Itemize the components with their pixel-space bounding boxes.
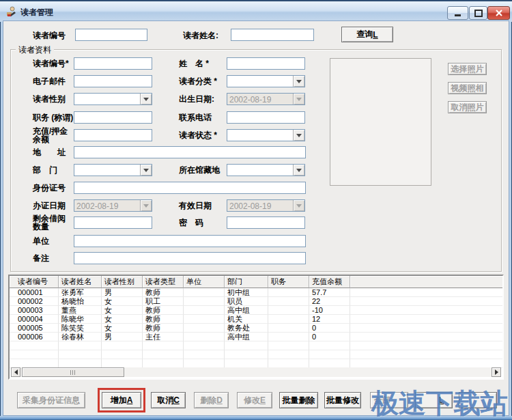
table-cell: 职工 (143, 297, 184, 306)
name-field[interactable] (227, 57, 305, 70)
table-cell (143, 350, 184, 359)
table-cell (268, 315, 309, 324)
department-combo[interactable] (74, 164, 152, 176)
password-field[interactable] (227, 216, 305, 229)
table-cell: 女 (102, 297, 143, 306)
table-row[interactable]: 000006徐春林男主任高中组0 (10, 333, 502, 341)
phone-label: 联系电话 (179, 113, 212, 122)
status-combo[interactable] (227, 129, 305, 141)
table-row[interactable]: 000004陈晓华女教师机关12 (10, 315, 502, 324)
scroll-right-button[interactable] (492, 367, 501, 377)
remark-field[interactable] (74, 252, 306, 264)
table-cell (268, 297, 309, 306)
table-row[interactable]: 000003董燕女教师高中组-10 (10, 306, 502, 315)
table-cell (268, 333, 309, 341)
gender-label: 读者性别 (33, 95, 66, 103)
table-cell: 57.7 (309, 288, 350, 297)
table-cell-filler (350, 324, 502, 333)
table-cell (309, 350, 350, 359)
valid-date-label: 有效日期 (179, 201, 212, 210)
table-cell (268, 350, 309, 359)
address-field[interactable] (74, 146, 306, 158)
titlebar: 读者管理 (0, 0, 512, 22)
email-field[interactable] (74, 75, 152, 87)
groupbox-title: 读者资料 (16, 44, 54, 56)
arrow-left-icon (12, 369, 18, 375)
table-cell: 000004 (10, 315, 59, 324)
column-header[interactable]: 读者类型 (143, 276, 184, 288)
batch-delete-button[interactable]: 批量删除 (279, 392, 318, 408)
position-field[interactable] (74, 111, 152, 124)
table-cell: 0 (309, 333, 350, 341)
column-header[interactable]: 单位 (184, 276, 225, 288)
unit-label: 单位 (33, 237, 49, 245)
table-row[interactable]: 000002杨晓怡女职工职员22 (10, 297, 502, 306)
column-header[interactable]: 部门 (225, 276, 268, 288)
table-cell: -10 (309, 306, 350, 315)
status-label: 读者状态 * (179, 131, 217, 139)
unit-field[interactable] (74, 235, 306, 247)
chevron-down-icon (293, 130, 304, 141)
window-bottom-border (0, 416, 512, 420)
scrollbar-thumb[interactable] (22, 367, 124, 377)
close-button[interactable] (487, 6, 510, 20)
table-cell (268, 324, 309, 333)
table-cell: 职员 (225, 297, 268, 306)
batch-modify-button[interactable]: 批量修改 (324, 392, 361, 408)
cancel-button[interactable]: 取消 C (151, 392, 186, 408)
photo-placeholder (330, 58, 431, 186)
close-icon (496, 10, 502, 16)
table-cell (59, 350, 102, 359)
remark-label: 备注 (33, 254, 49, 262)
search-reader-name-label: 读者姓名: (183, 31, 218, 40)
column-header[interactable]: 读者姓名 (59, 276, 102, 288)
table-cell (59, 341, 102, 350)
table-row[interactable]: 000005陈笑笑女教师教务处0 (10, 324, 502, 333)
category-combo[interactable] (227, 75, 305, 87)
maximize-icon (474, 10, 483, 17)
table-cell-filler (350, 333, 502, 341)
password-label: 密 码 (179, 219, 203, 227)
column-header-filler (350, 276, 502, 288)
minimize-button[interactable] (447, 6, 468, 20)
search-reader-id-input[interactable] (75, 29, 147, 41)
obscured-button-l[interactable]: L (415, 392, 453, 408)
maximize-button[interactable] (469, 6, 487, 20)
horizontal-scrollbar[interactable] (11, 367, 501, 377)
column-header[interactable]: 职务 (268, 276, 309, 288)
table-cell-filler (350, 341, 502, 350)
table-cell: 教师 (143, 324, 184, 333)
issue-date-label: 办证日期 (33, 201, 66, 210)
table-cell: 女 (102, 324, 143, 333)
column-header[interactable]: 充值余额 (309, 276, 350, 288)
column-header[interactable]: 读者编号 (10, 276, 59, 288)
reader-id-field[interactable] (74, 57, 152, 70)
valid-date-combo: 2002-08-19 (227, 199, 305, 212)
search-reader-name-input[interactable] (231, 29, 314, 41)
table-cell: 000006 (10, 333, 59, 341)
idcard-field[interactable] (74, 182, 306, 194)
table-cell (102, 341, 143, 350)
table-row[interactable]: 000001张勇军男教师初中组57.7 (10, 288, 502, 297)
window-frame: 读者管理 读者编号 读者姓名: 查询 L 读者资料 读者编号* 姓 名 * 电子… (0, 0, 512, 420)
window-title: 读者管理 (20, 7, 53, 18)
table-cell (184, 306, 225, 315)
scroll-left-button[interactable] (11, 367, 20, 377)
table-cell: 主任 (143, 333, 184, 341)
query-button[interactable]: 查询 L (341, 27, 393, 42)
location-combo[interactable] (227, 164, 305, 176)
phone-field[interactable] (227, 111, 305, 124)
remain-field[interactable] (74, 216, 152, 229)
table-cell-filler (350, 306, 502, 315)
add-button[interactable]: 增加 A (102, 392, 141, 408)
delete-button: 删除 D (194, 392, 229, 408)
reader-table: 读者编号 读者姓名 读者性别 读者类型 单位 部门 职务 充值余额 000001… (8, 275, 504, 380)
table-cell (143, 341, 184, 350)
balance-field[interactable] (74, 129, 152, 141)
gender-combo[interactable] (74, 93, 152, 105)
query-button-label: 查询 (356, 29, 373, 40)
app-icon (6, 6, 17, 17)
column-header[interactable]: 读者性别 (102, 276, 143, 288)
table-cell (184, 297, 225, 306)
obscured-button-right[interactable] (459, 392, 497, 408)
